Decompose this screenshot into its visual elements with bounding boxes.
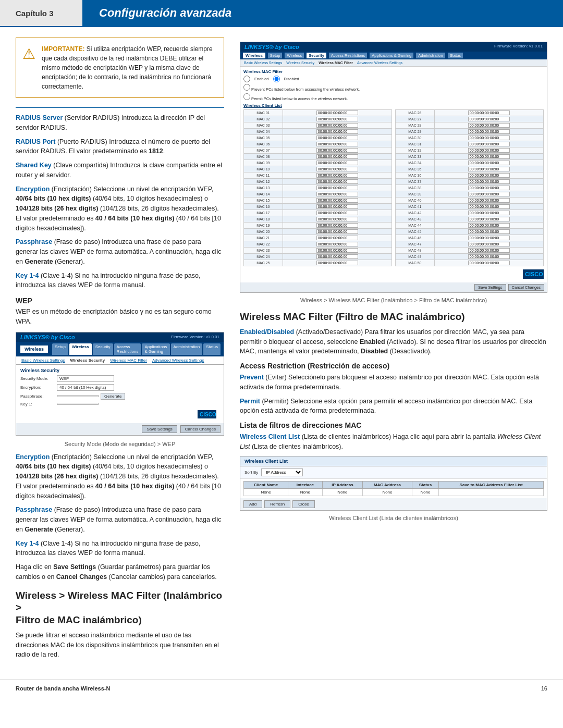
mf-subtab-basic[interactable]: Basic Wireless Settings	[242, 60, 284, 65]
mf-mac-value-right[interactable]	[434, 129, 543, 135]
mf-mac-value-right[interactable]	[434, 191, 543, 198]
mf-tab-apps[interactable]: Applications & Gaming	[370, 53, 413, 58]
mf-mac-row-left: MAC 01	[244, 110, 392, 116]
mf-tab-wireless[interactable]: Wireless	[285, 53, 304, 58]
rs-tab-admin[interactable]: Administration	[171, 343, 203, 355]
rs-generate-btn[interactable]: Generate	[101, 393, 125, 400]
mf-mac-value-left[interactable]	[283, 229, 391, 235]
mf-mac-value-right[interactable]	[434, 241, 543, 248]
rs-passphrase-input[interactable]	[57, 395, 99, 397]
mf-subtab-security[interactable]: Wireless Security	[285, 60, 316, 65]
mf-mac-value-left[interactable]	[283, 135, 391, 141]
mf-cancel-btn[interactable]: Cancel Changes	[508, 284, 544, 291]
mf-mac-value-right[interactable]	[434, 160, 543, 166]
mf-mac-value-left[interactable]	[283, 241, 391, 248]
mf-mac-value-right[interactable]	[434, 254, 543, 260]
mf-mac-value-left[interactable]	[283, 216, 391, 223]
wcl-td-status: None	[412, 488, 439, 496]
mf-mac-value-left[interactable]	[283, 172, 391, 179]
mf-mac-value-right[interactable]	[434, 229, 543, 235]
mf-mac-value-right[interactable]	[434, 135, 543, 141]
mf-mac-value-right[interactable]	[434, 204, 543, 210]
mf-mac-value-left[interactable]	[283, 254, 391, 260]
mf-mac-value-right[interactable]	[434, 198, 543, 204]
mf-mac-value-right[interactable]	[434, 260, 543, 266]
mf-mac-value-right[interactable]	[434, 110, 543, 116]
mf-mac-row-right: MAC 49	[396, 254, 544, 260]
mf-prevent-radio[interactable]	[243, 84, 250, 91]
rs-subtab-security[interactable]: Wireless Security	[68, 357, 107, 363]
wcl-refresh-btn[interactable]: Refresh	[264, 500, 290, 508]
mf-mac-value-left[interactable]	[283, 110, 391, 116]
rs-subtabs: Basic Wireless Settings Wireless Securit…	[16, 356, 224, 365]
mf-mac-value-right[interactable]	[434, 210, 543, 216]
rs-tab-apps[interactable]: Applications & Gaming	[142, 343, 169, 355]
mf-mac-value-right[interactable]	[434, 166, 543, 172]
mf-mac-value-left[interactable]	[283, 147, 391, 154]
svg-text:CISCO: CISCO	[200, 412, 216, 417]
permit-param: Permit (Permitir) Seleccione esta opción…	[240, 397, 547, 416]
wcl-add-btn[interactable]: Add	[243, 500, 262, 508]
rs-subtab-mac[interactable]: Wireless MAC Filter	[108, 357, 149, 363]
right-column: LINKSYS® by Cisco Firmware Version: v1.0…	[235, 38, 547, 664]
mf-mac-value-right[interactable]	[434, 154, 543, 160]
mf-mac-value-right[interactable]	[434, 122, 543, 129]
mf-permit-radio[interactable]	[243, 93, 250, 100]
mf-mac-value-right[interactable]	[434, 172, 543, 179]
mf-tab-setup[interactable]: Setup	[268, 53, 283, 58]
mf-mac-value-left[interactable]	[283, 191, 391, 198]
wcl-close-btn[interactable]: Close	[292, 500, 314, 508]
mf-mac-value-left[interactable]	[283, 248, 391, 254]
mf-subtab-adv[interactable]: Advanced Wireless Settings	[356, 60, 404, 65]
mf-mac-value-left[interactable]	[283, 185, 391, 191]
rs-cancel-btn[interactable]: Cancel Changes	[180, 425, 221, 433]
rs-encryption-value[interactable]: 40 / 64-bit (10 Hex digits)	[57, 384, 114, 391]
mf-mac-value-right[interactable]	[434, 216, 543, 223]
rs-tab-setup[interactable]: Setup	[52, 343, 68, 355]
mf-mac-value-right[interactable]	[434, 185, 543, 191]
mf-disabled-radio[interactable]	[273, 76, 280, 82]
rs-save-btn[interactable]: Save Settings	[142, 425, 177, 433]
wcl-th-interface: Interface	[288, 481, 322, 488]
mf-tab-access[interactable]: Access Restrictions	[329, 53, 367, 58]
mf-mac-value-right[interactable]	[434, 248, 543, 254]
mf-tab-admin[interactable]: Administration	[416, 53, 445, 58]
mf-mac-value-right[interactable]	[434, 179, 543, 185]
mf-mac-value-right[interactable]	[434, 147, 543, 154]
rs-key1-input[interactable]	[57, 403, 99, 405]
mf-mac-value-left[interactable]	[283, 204, 391, 210]
mf-mac-value-left[interactable]	[283, 235, 391, 241]
wcl-sort-select[interactable]: IP Address MAC Address	[261, 468, 303, 476]
rs-tab-status[interactable]: Status	[203, 343, 221, 355]
mf-mac-value-left[interactable]	[283, 179, 391, 185]
mf-mac-value-left[interactable]	[283, 223, 391, 229]
mf-mac-value-right[interactable]	[434, 141, 543, 147]
rs-security-mode-value[interactable]: WEP	[57, 375, 114, 382]
mf-mac-value-left[interactable]	[283, 141, 391, 147]
mf-tab-status[interactable]: Status	[448, 53, 463, 58]
rs-subtab-advanced[interactable]: Advanced Wireless Settings	[150, 357, 206, 363]
wmac-heading-line1: Wireless > Wireless MAC Filter (Inalámbr…	[16, 590, 222, 613]
mf-client-list-btn[interactable]: Wireless Client List	[243, 103, 544, 108]
rs-tab-access[interactable]: Access Restrictions	[114, 343, 141, 355]
rs-tab-wireless[interactable]: Wireless	[69, 343, 92, 355]
mf-mac-value-left[interactable]	[283, 129, 391, 135]
mf-mac-value-right[interactable]	[434, 235, 543, 241]
rs-subtab-basic[interactable]: Basic Wireless Settings	[19, 357, 67, 363]
mf-enabled-radio[interactable]	[243, 76, 250, 82]
mf-mac-value-left[interactable]	[283, 260, 391, 266]
mf-mac-value-left[interactable]	[283, 116, 391, 122]
mf-mac-value-left[interactable]	[283, 198, 391, 204]
mf-mac-value-left[interactable]	[283, 166, 391, 172]
mf-mac-value-left[interactable]	[283, 160, 391, 166]
mf-save-btn[interactable]: Save Settings	[474, 284, 506, 291]
mf-mac-value-right[interactable]	[434, 116, 543, 122]
mf-tab-security[interactable]: Security	[307, 53, 326, 58]
mf-mac-row-right: MAC 38	[396, 185, 544, 191]
mf-subtab-mac[interactable]: Wireless MAC Filter	[317, 60, 354, 65]
mf-mac-value-left[interactable]	[283, 210, 391, 216]
mf-mac-value-left[interactable]	[283, 154, 391, 160]
rs-tab-security[interactable]: Security	[93, 343, 113, 355]
mf-mac-value-left[interactable]	[283, 122, 391, 129]
mf-mac-value-right[interactable]	[434, 223, 543, 229]
